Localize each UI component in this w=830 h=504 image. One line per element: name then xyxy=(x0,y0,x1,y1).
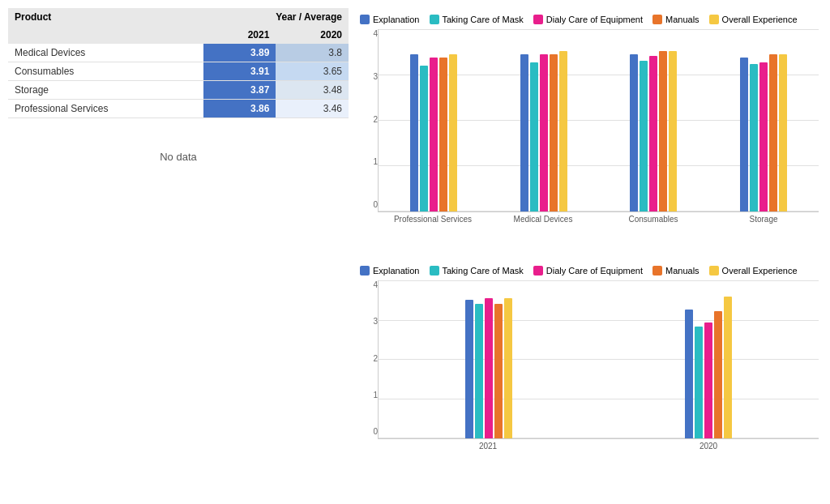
legend-label: Explanation xyxy=(373,15,420,24)
no-data-label: No data xyxy=(8,151,349,163)
table-cell-product: Professional Services xyxy=(8,100,203,118)
bar xyxy=(640,61,648,211)
chart2-legend: Explanation Taking Care of Mask Dialy Ca… xyxy=(360,266,819,275)
y-axis-label: 4 xyxy=(360,280,378,289)
table-row: Professional Services 3.86 3.46 xyxy=(8,100,349,118)
bar xyxy=(410,54,418,211)
bar xyxy=(759,62,768,211)
table-header-label: Year / Average xyxy=(203,8,349,26)
chart2-container: Explanation Taking Care of Mask Dialy Ca… xyxy=(357,259,822,478)
y-axis-label: 2 xyxy=(360,115,378,124)
legend-item: Overall Experience xyxy=(709,15,798,24)
legend-color-box xyxy=(652,266,662,275)
bar xyxy=(714,311,722,439)
bar-group xyxy=(599,51,709,211)
bar-group xyxy=(379,298,599,438)
table-subheader-2021: 2021 xyxy=(203,26,276,44)
table-subheader-product xyxy=(8,26,203,44)
y-axis-label: 3 xyxy=(360,317,378,326)
bar xyxy=(659,51,667,211)
bar xyxy=(430,58,438,211)
legend-color-box xyxy=(430,266,439,275)
bar xyxy=(695,327,703,438)
table-row: Storage 3.87 3.48 xyxy=(8,81,349,100)
x-axis-label: Professional Services xyxy=(378,212,488,224)
bar xyxy=(485,298,493,438)
bar xyxy=(740,58,748,211)
legend-label: Dialy Care of Equipment xyxy=(546,266,643,275)
legend-item: Manuals xyxy=(652,15,700,24)
legend-color-box xyxy=(533,266,543,275)
table-row: Medical Devices 3.89 3.8 xyxy=(8,44,349,62)
legend-label: Manuals xyxy=(665,15,700,24)
legend-item: Manuals xyxy=(652,266,700,275)
y-axis-label: 4 xyxy=(360,29,378,38)
bar xyxy=(669,51,677,211)
table-cell-2020: 3.8 xyxy=(276,44,349,62)
chart2-body: 20212020 xyxy=(378,280,819,451)
grid-line xyxy=(379,29,819,30)
table-subheader-2020: 2020 xyxy=(276,26,349,44)
y-axis-label: 1 xyxy=(360,157,378,166)
bar-group xyxy=(489,51,599,211)
legend-item: Taking Care of Mask xyxy=(430,15,524,24)
y-axis-label: 0 xyxy=(360,427,378,436)
chart1-x-labels: Professional ServicesMedical DevicesCons… xyxy=(378,212,819,224)
bar xyxy=(439,58,447,211)
y-axis-label: 1 xyxy=(360,391,378,399)
legend-label: Taking Care of Mask xyxy=(443,266,524,275)
legend-label: Manuals xyxy=(665,266,700,275)
table-cell-product: Storage xyxy=(8,81,203,100)
chart1-y-axis: 01234 xyxy=(360,29,378,224)
table-cell-2020: 3.65 xyxy=(276,62,349,81)
legend-color-box xyxy=(709,266,719,275)
bar xyxy=(704,322,712,439)
x-axis-label: Storage xyxy=(708,212,819,224)
data-table: Product Year / Average 2021 2020 Medical… xyxy=(8,8,349,118)
table-cell-product: Medical Devices xyxy=(8,44,203,62)
chart1-area: 01234 Professional ServicesMedical Devic… xyxy=(360,29,819,224)
chart2-y-axis: 01234 xyxy=(360,280,378,451)
bar-group xyxy=(708,54,819,211)
legend-item: Dialy Care of Equipment xyxy=(533,266,643,275)
bar xyxy=(540,54,548,211)
bar xyxy=(750,64,758,211)
x-axis-label: Consumables xyxy=(598,212,708,224)
legend-item: Dialy Care of Equipment xyxy=(533,15,643,24)
table-cell-2021: 3.86 xyxy=(203,100,276,118)
chart1-bars xyxy=(378,29,819,212)
legend-item: Overall Experience xyxy=(709,266,798,275)
table-cell-2021: 3.91 xyxy=(203,62,276,81)
legend-color-box xyxy=(652,15,662,24)
chart1-body: Professional ServicesMedical DevicesCons… xyxy=(378,29,819,224)
chart2-bars xyxy=(378,280,819,439)
chart1-container: Explanation Taking Care of Mask Dialy Ca… xyxy=(357,8,822,251)
bar xyxy=(494,304,503,438)
x-axis-label: Medical Devices xyxy=(488,212,598,224)
bar-group xyxy=(379,54,489,211)
chart1-legend: Explanation Taking Care of Mask Dialy Ca… xyxy=(360,15,819,24)
bar xyxy=(630,54,638,211)
bar xyxy=(520,54,528,211)
legend-color-box xyxy=(709,15,719,24)
bar xyxy=(504,298,512,438)
bar xyxy=(420,66,428,211)
chart2-x-labels: 20212020 xyxy=(378,439,819,451)
legend-color-box xyxy=(360,266,370,275)
bar xyxy=(530,62,538,211)
bar xyxy=(724,297,732,438)
table-cell-product: Consumables xyxy=(8,62,203,81)
legend-item: Explanation xyxy=(360,15,420,24)
bar xyxy=(465,300,473,439)
bar xyxy=(475,304,483,438)
bar xyxy=(550,54,558,211)
legend-color-box xyxy=(360,15,370,24)
bar xyxy=(779,54,787,211)
legend-item: Taking Care of Mask xyxy=(430,266,524,275)
legend-label: Explanation xyxy=(373,266,420,275)
left-panel: Product Year / Average 2021 2020 Medical… xyxy=(8,8,349,496)
legend-color-box xyxy=(533,15,543,24)
table-cell-2020: 3.46 xyxy=(276,100,349,118)
table-cell-2021: 3.87 xyxy=(203,81,276,100)
y-axis-label: 0 xyxy=(360,200,378,209)
